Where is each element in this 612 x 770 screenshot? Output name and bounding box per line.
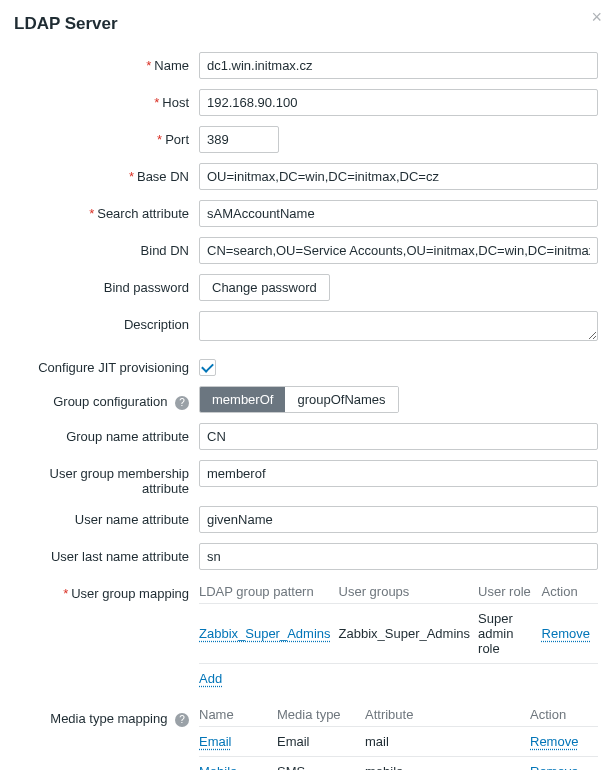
label-bind-dn: Bind DN	[141, 243, 189, 258]
label-description: Description	[124, 317, 189, 332]
mtm-type: SMS	[277, 757, 365, 771]
mtm-name-link[interactable]: Email	[199, 734, 232, 749]
label-ugma: User group membership attribute	[50, 466, 189, 496]
group-name-attr-input[interactable]	[199, 423, 598, 450]
ugm-remove-link[interactable]: Remove	[542, 626, 590, 641]
label-host: Host	[162, 95, 189, 110]
label-media-type-mapping: Media type mapping	[50, 711, 167, 726]
label-name: Name	[154, 58, 189, 73]
group-config-groupofnames[interactable]: groupOfNames	[285, 387, 397, 412]
user-group-mapping-table: LDAP group pattern User groups User role…	[199, 580, 598, 693]
table-row: Mobile SMS mobile Remove	[199, 757, 598, 771]
mtm-name-link[interactable]: Mobile	[199, 764, 237, 770]
bind-dn-input[interactable]	[199, 237, 598, 264]
base-dn-input[interactable]	[199, 163, 598, 190]
label-user-name-attr: User name attribute	[75, 512, 189, 527]
help-icon[interactable]: ?	[175, 713, 189, 727]
ugm-add-link[interactable]: Add	[199, 671, 222, 686]
ugm-col-groups: User groups	[339, 580, 479, 604]
ugm-col-pattern: LDAP group pattern	[199, 580, 339, 604]
user-group-membership-attr-input[interactable]	[199, 460, 598, 487]
label-user-last-name-attr: User last name attribute	[51, 549, 189, 564]
user-name-attr-input[interactable]	[199, 506, 598, 533]
mtm-attr: mobile	[365, 757, 530, 771]
jit-checkbox[interactable]	[199, 359, 216, 376]
ugm-groups: Zabbix_Super_Admins	[339, 604, 479, 664]
mtm-col-attr: Attribute	[365, 703, 530, 727]
label-user-group-mapping: User group mapping	[71, 586, 189, 601]
label-bind-password: Bind password	[104, 280, 189, 295]
mtm-remove-link[interactable]: Remove	[530, 734, 578, 749]
host-input[interactable]	[199, 89, 598, 116]
description-textarea[interactable]	[199, 311, 598, 341]
search-attr-input[interactable]	[199, 200, 598, 227]
label-group-name-attr: Group name attribute	[66, 429, 189, 444]
ugm-col-action: Action	[542, 580, 598, 604]
mtm-col-type: Media type	[277, 703, 365, 727]
port-input[interactable]	[199, 126, 279, 153]
mtm-remove-link[interactable]: Remove	[530, 764, 578, 770]
dialog-title: LDAP Server	[14, 14, 598, 34]
group-config-memberof[interactable]: memberOf	[200, 387, 285, 412]
close-icon[interactable]: ×	[591, 8, 602, 26]
help-icon[interactable]: ?	[175, 396, 189, 410]
ugm-pattern-link[interactable]: Zabbix_Super_Admins	[199, 626, 331, 641]
label-port: Port	[165, 132, 189, 147]
label-base-dn: Base DN	[137, 169, 189, 184]
ugm-role: Super admin role	[478, 604, 542, 664]
label-search-attr: Search attribute	[97, 206, 189, 221]
media-type-mapping-table: Name Media type Attribute Action Email E…	[199, 703, 598, 770]
change-password-button[interactable]: Change password	[199, 274, 330, 301]
mtm-type: Email	[277, 727, 365, 757]
ldap-server-dialog: × LDAP Server *Name *Host *Port *Base DN…	[0, 0, 612, 770]
label-jit: Configure JIT provisioning	[38, 360, 189, 375]
mtm-col-action: Action	[530, 703, 598, 727]
mtm-attr: mail	[365, 727, 530, 757]
table-row: Zabbix_Super_Admins Zabbix_Super_Admins …	[199, 604, 598, 664]
user-last-name-attr-input[interactable]	[199, 543, 598, 570]
group-config-segmented: memberOf groupOfNames	[199, 386, 399, 413]
label-group-config: Group configuration	[53, 394, 167, 409]
name-input[interactable]	[199, 52, 598, 79]
ugm-col-role: User role	[478, 580, 542, 604]
mtm-col-name: Name	[199, 703, 277, 727]
table-row: Email Email mail Remove	[199, 727, 598, 757]
